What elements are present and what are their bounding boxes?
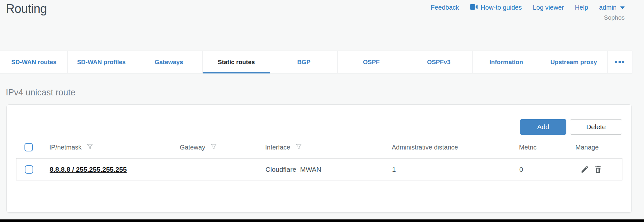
top-nav: Feedback How-to guides Log viewer Help a… — [431, 4, 625, 11]
add-button[interactable]: Add — [520, 119, 566, 135]
col-manage: Manage — [575, 144, 599, 151]
cell-manage — [576, 165, 622, 174]
select-all-checkbox[interactable] — [24, 143, 33, 151]
filter-icon[interactable] — [86, 143, 93, 152]
help-link[interactable]: Help — [575, 4, 588, 11]
page-title: Routing — [6, 2, 47, 16]
tab-information[interactable]: Information — [473, 51, 540, 73]
filter-icon[interactable] — [295, 143, 302, 152]
org-name: Sophos — [604, 14, 625, 21]
col-ip-netmask: IP/netmask — [49, 144, 82, 151]
tab-sdwan-profiles[interactable]: SD-WAN profiles — [68, 51, 135, 73]
delete-trash-icon[interactable] — [593, 165, 602, 174]
table-toolbar: Add Delete — [520, 119, 622, 135]
video-camera-icon — [470, 4, 478, 11]
feedback-link[interactable]: Feedback — [431, 4, 459, 11]
table-header-row: IP/netmask Gateway Interface Administrat… — [16, 139, 622, 156]
log-viewer-label: Log viewer — [533, 4, 564, 11]
admin-user-label: admin — [599, 4, 617, 11]
tab-ospfv3[interactable]: OSPFv3 — [405, 51, 473, 73]
cell-metric: 0 — [519, 166, 576, 173]
col-admin-distance: Administrative distance — [392, 144, 458, 151]
tab-sdwan-routes[interactable]: SD-WAN routes — [0, 51, 68, 73]
tabs-overflow-ellipsis-icon[interactable] — [608, 51, 632, 73]
table-row: 8.8.8.8 / 255.255.255.255 Cloudflare_MWA… — [16, 158, 622, 180]
log-viewer-link[interactable]: Log viewer — [533, 4, 564, 11]
col-interface: Interface — [265, 144, 290, 151]
howto-guides-link[interactable]: How-to guides — [470, 4, 522, 11]
routing-tabbar: SD-WAN routes SD-WAN profiles Gateways S… — [0, 51, 632, 73]
filter-icon[interactable] — [210, 143, 217, 152]
delete-button[interactable]: Delete — [570, 119, 622, 135]
static-routes-card: Add Delete IP/netmask Gateway Interfac — [6, 104, 632, 213]
howto-guides-label: How-to guides — [481, 4, 522, 11]
tab-upstream-proxy[interactable]: Upstream proxy — [540, 51, 608, 73]
routing-page: Routing Feedback How-to guides Log viewe… — [0, 0, 644, 222]
col-metric: Metric — [519, 144, 536, 151]
row-checkbox[interactable] — [25, 165, 33, 174]
cell-interface: Cloudflare_MWAN — [265, 166, 392, 173]
tab-static-routes[interactable]: Static routes — [203, 51, 270, 73]
edit-pencil-icon[interactable] — [580, 165, 589, 174]
tab-gateways[interactable]: Gateways — [135, 51, 203, 73]
tab-ospf[interactable]: OSPF — [338, 51, 405, 73]
admin-menu[interactable]: admin — [599, 4, 625, 11]
window-bottom-edge — [0, 219, 644, 222]
col-gateway: Gateway — [180, 144, 205, 151]
section-heading: IPv4 unicast route — [6, 88, 75, 98]
cell-admin-distance: 1 — [392, 166, 519, 173]
tab-bgp[interactable]: BGP — [270, 51, 338, 73]
route-ip-netmask-link[interactable]: 8.8.8.8 / 255.255.255.255 — [50, 166, 127, 173]
chevron-down-icon — [620, 6, 625, 9]
help-label: Help — [575, 4, 588, 11]
feedback-label: Feedback — [431, 4, 459, 11]
